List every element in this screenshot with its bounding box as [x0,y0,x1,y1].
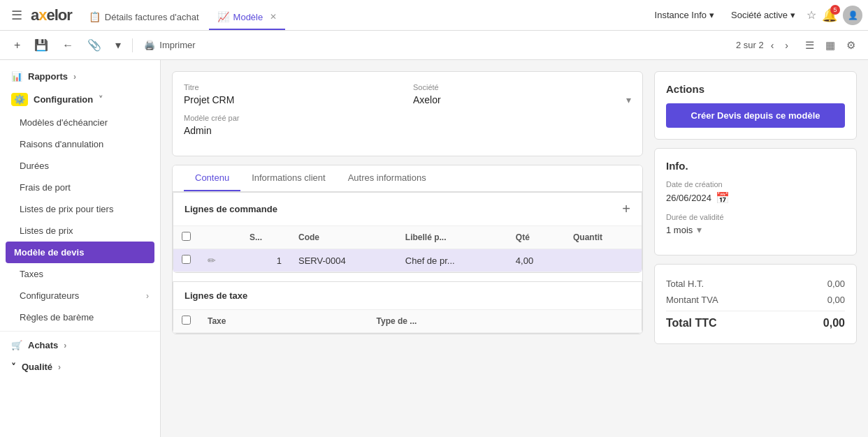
instance-info-label: Instance Info [655,10,707,20]
add-ligne-commande-button[interactable]: + [622,201,630,217]
table-header-row: S... Code Libellé p... Qté Quantit [173,226,642,249]
sidebar-item-taxes[interactable]: Taxes [0,263,160,285]
row-edit-cell: ✏ [199,249,241,272]
select-all-checkbox[interactable] [182,232,191,241]
sidebar-item-frais-port[interactable]: Frais de port [0,177,160,198]
sidebar: 📊 Rapports › ⚙️ Configuration ˅ Modèles … [0,60,161,437]
form-tab-nav: Contenu Informations client Autres infor… [173,165,642,192]
card-view-button[interactable]: ▦ [821,38,839,53]
qualite-label: Qualité [22,362,52,372]
taxes-label: Taxes [20,269,43,279]
durees-label: Durées [20,161,49,171]
tab-contenu-label: Contenu [195,172,229,183]
tab-modele[interactable]: 📈 Modèle ✕ [209,5,286,30]
table-row: ✏ 1 SERV-0004 Chef de pr... 4,00 [173,249,642,272]
sidebar-item-qualite[interactable]: ˅ Qualité › [0,356,160,378]
sidebar-item-durees[interactable]: Durées [0,155,160,177]
sidebar-item-modeles-echeancier[interactable]: Modèles d'échéancier [0,112,160,133]
sidebar-item-configurateurs[interactable]: Configurateurs › [0,285,160,306]
tab-informations-client[interactable]: Informations client [240,165,337,191]
rapports-chevron: › [73,72,76,82]
save-button[interactable]: 💾 [29,36,54,54]
add-button[interactable]: + [8,36,26,54]
duree-validite-select[interactable]: 1 mois ▾ [666,224,845,235]
achats-label: Achats [28,340,58,350]
form-header-card: Titre Projet CRM Société Axelor ▾ Modèle… [172,71,643,156]
tab-modele-label: Modèle [233,12,263,22]
user-avatar[interactable]: 👤 [843,6,862,25]
taxe-col-taxe: Taxe [199,310,368,333]
lignes-commande-table: S... Code Libellé p... Qté Quantit ✏ [173,226,642,272]
sidebar-item-configuration[interactable]: ⚙️ Configuration ˅ [0,87,160,112]
row-seq: 1 [241,249,290,272]
societe-select[interactable]: Axelor ▾ [413,94,631,105]
sidebar-item-listes-prix-tiers[interactable]: Listes de prix pour tiers [0,198,160,220]
more-button[interactable]: ▾ [110,36,126,54]
col-qte: Qté [507,226,565,249]
main-layout: 📊 Rapports › ⚙️ Configuration ˅ Modèles … [0,60,868,437]
pagination-prev[interactable]: ‹ [767,38,779,52]
tab-bar: 📋 Détails factures d'achat 📈 Modèle ✕ [75,0,646,30]
configurateurs-chevron: › [146,291,149,301]
listes-prix-label: Listes de prix [20,225,73,236]
duree-validite-label: Durée de validité [666,213,845,221]
sidebar-item-raisons-annulation[interactable]: Raisons d'annulation [0,133,160,155]
titre-label: Titre [184,83,402,91]
edit-row-button[interactable]: ✏ [208,255,216,266]
row-libelle: Chef de pr... [397,249,507,272]
sidebar-item-rapports[interactable]: 📊 Rapports › [0,66,160,87]
qualite-chevron-left: ˅ [11,362,16,372]
calendar-icon[interactable]: 📅 [716,191,730,205]
separator [132,38,133,52]
back-icon: ← [62,39,73,52]
pagination-next[interactable]: › [781,38,793,52]
form-row-cree-par: Modèle créé par Admin [184,114,631,136]
tab-autres-informations-label: Autres informations [348,172,426,183]
taxe-select-all[interactable] [182,316,191,325]
actions-title: Actions [666,83,845,95]
lignes-taxe-title: Lignes de taxe [185,290,247,301]
settings-view-button[interactable]: ⚙ [842,38,860,53]
save-icon: 💾 [34,38,48,52]
form-row-titre-societe: Titre Projet CRM Société Axelor ▾ [184,83,631,105]
achats-icon: 🛒 [11,340,22,350]
tab-close-icon[interactable]: ✕ [270,12,277,22]
list-view-button[interactable]: ☰ [801,38,818,53]
favorite-icon[interactable]: ☆ [806,8,816,22]
titre-value[interactable]: Projet CRM [184,94,402,105]
total-ht-label: Total H.T. [666,279,704,289]
col-code: Code [290,226,397,249]
sidebar-item-regles-bareme[interactable]: Règles de barème [0,306,160,328]
instance-info-button[interactable]: Instance Info ▾ [649,7,720,23]
attach-icon: 📎 [87,38,101,52]
create-devis-button[interactable]: Créer Devis depuis ce modèle [666,103,845,128]
date-creation-value: 26/06/2024 📅 [666,191,845,205]
pagination: 2 sur 2 ‹ › ☰ ▦ ⚙ [736,38,860,53]
tab-autres-informations[interactable]: Autres informations [337,165,437,191]
form-tabs-card: Contenu Informations client Autres infor… [172,165,643,334]
lignes-commande-title: Lignes de commande [185,204,277,214]
total-ht-value: 0,00 [827,279,845,289]
sidebar-item-modele-devis[interactable]: Modèle de devis [6,242,154,263]
menu-icon[interactable]: ☰ [6,5,28,26]
brand-logo: axelor [31,6,72,24]
factures-icon: 📋 [89,11,101,22]
back-button[interactable]: ← [57,36,79,54]
instance-info-chevron: ▾ [709,10,714,20]
notification-bell[interactable]: 🔔 5 [822,8,837,23]
tab-contenu[interactable]: Contenu [184,165,240,191]
tab-factures[interactable]: 📋 Détails factures d'achat [80,5,208,30]
sidebar-item-listes-prix[interactable]: Listes de prix [0,220,160,242]
actions-card: Actions Créer Devis depuis ce modèle [654,71,857,140]
cree-par-label: Modèle créé par [184,114,631,122]
raisons-annulation-label: Raisons d'annulation [20,139,103,149]
rapports-label: Rapports [28,71,68,82]
row-checkbox[interactable] [182,255,191,264]
societe-active-button[interactable]: Société active ▾ [725,7,801,23]
row-qte: 4,00 [507,249,565,272]
print-button[interactable]: 🖨️ Imprimer [138,37,201,53]
info-title: Info. [666,160,845,172]
attach-button[interactable]: 📎 [82,36,107,54]
societe-chevron-icon: ▾ [626,94,631,105]
sidebar-item-achats[interactable]: 🛒 Achats › [0,334,160,356]
